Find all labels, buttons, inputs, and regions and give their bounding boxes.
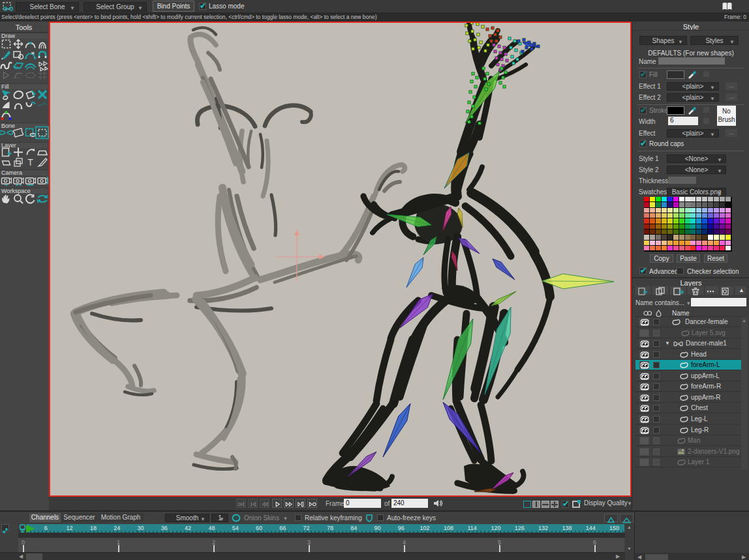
svg-text:T: T xyxy=(27,157,33,168)
